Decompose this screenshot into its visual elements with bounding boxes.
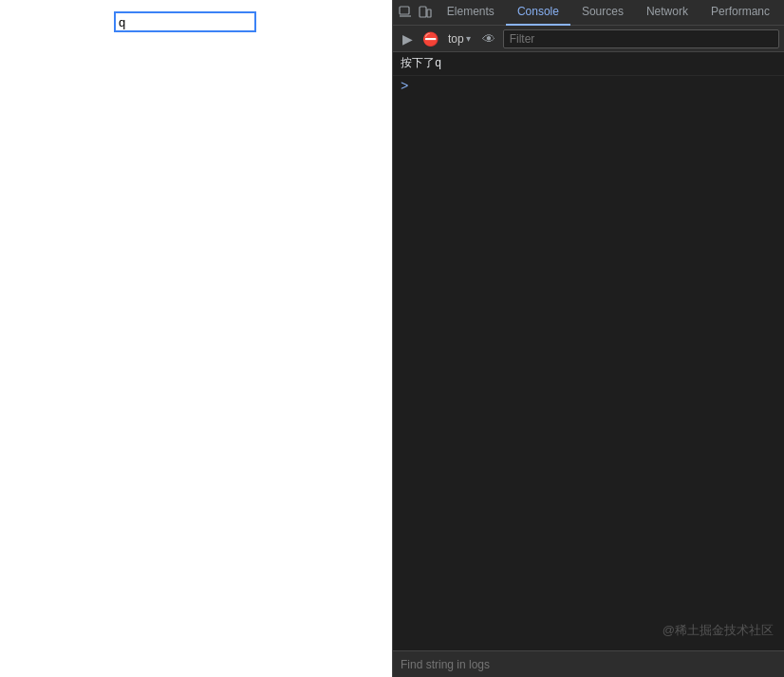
console-log-message: 按下了q bbox=[393, 52, 784, 76]
find-input[interactable] bbox=[401, 658, 777, 671]
console-toolbar: ▶ ⛔ top ▾ 👁 bbox=[393, 26, 784, 52]
device-toolbar-icon[interactable] bbox=[416, 1, 433, 24]
watermark: @稀土掘金技术社区 bbox=[663, 622, 774, 639]
text-input[interactable] bbox=[114, 11, 256, 32]
stop-icon[interactable]: ⛔ bbox=[421, 30, 439, 47]
prompt-symbol: > bbox=[401, 79, 408, 94]
svg-rect-2 bbox=[420, 7, 426, 17]
input-container bbox=[114, 11, 256, 32]
devtools-panel: Elements Console Sources Network Perform… bbox=[393, 0, 784, 677]
console-prompt[interactable]: > bbox=[393, 76, 784, 97]
context-dropdown[interactable]: top ▾ bbox=[444, 30, 475, 47]
webpage-panel bbox=[0, 0, 392, 677]
tab-elements[interactable]: Elements bbox=[436, 0, 506, 26]
svg-rect-3 bbox=[427, 9, 431, 17]
devtools-tabs: Elements Console Sources Network Perform… bbox=[436, 0, 781, 26]
filter-input[interactable] bbox=[503, 29, 779, 48]
eye-icon[interactable]: 👁 bbox=[480, 30, 497, 47]
find-bar bbox=[393, 650, 784, 677]
devtools-top-bar: Elements Console Sources Network Perform… bbox=[393, 0, 784, 26]
tab-performance[interactable]: Performanc bbox=[700, 0, 781, 26]
clear-console-icon[interactable]: ▶ bbox=[399, 30, 416, 47]
inspect-element-icon[interactable] bbox=[397, 1, 414, 24]
chevron-down-icon: ▾ bbox=[466, 33, 471, 44]
svg-rect-0 bbox=[400, 7, 409, 14]
tab-console[interactable]: Console bbox=[506, 0, 570, 26]
tab-sources[interactable]: Sources bbox=[570, 0, 635, 26]
tab-network[interactable]: Network bbox=[635, 0, 700, 26]
console-output: 按下了q > @稀土掘金技术社区 bbox=[393, 52, 784, 650]
